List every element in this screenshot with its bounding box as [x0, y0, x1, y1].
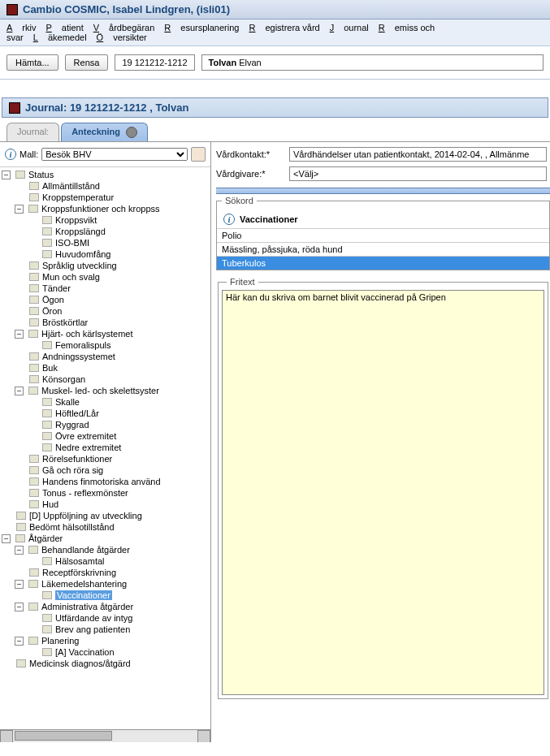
tree-node[interactable]: Bedömt hälsotillstånd — [2, 521, 209, 533]
tree-node[interactable]: Andningssystemet — [2, 351, 209, 362]
toggle-icon[interactable]: – — [2, 534, 11, 543]
tree-node[interactable]: Vaccinationer — [2, 590, 209, 601]
toggle-icon[interactable]: – — [15, 637, 24, 646]
tree-node[interactable]: ISO-BMI — [2, 237, 209, 248]
node-label: Höftled/Lår — [55, 408, 99, 418]
scroll-track[interactable] — [13, 731, 197, 742]
clear-button[interactable]: Rensa — [65, 54, 109, 71]
tree-node[interactable]: –Hjärt- och kärlsystemet — [2, 328, 209, 339]
node-icon — [15, 534, 25, 542]
vardgivare-field[interactable]: <Välj> — [289, 166, 547, 181]
tree-node[interactable]: Ögon — [2, 294, 209, 305]
tree-node[interactable]: Femoralispuls — [2, 339, 209, 351]
tree-node[interactable]: Ryggrad — [2, 419, 209, 430]
node-icon — [29, 273, 39, 281]
toggle-icon[interactable]: – — [15, 580, 24, 589]
scroll-right-icon[interactable] — [197, 730, 210, 743]
patient-name-field[interactable]: Tolvan Elvan — [201, 54, 544, 71]
tree-node[interactable]: Könsorgan — [2, 374, 209, 385]
tree-node[interactable]: Hud — [2, 499, 209, 510]
node-label: ISO-BMI — [55, 238, 89, 248]
mall-select[interactable]: Besök BHV — [41, 148, 188, 161]
tree-node[interactable]: Rörelsefunktioner — [2, 453, 209, 464]
toggle-icon[interactable]: – — [15, 205, 24, 214]
toggle-icon[interactable]: – — [15, 387, 24, 395]
node-icon — [42, 409, 52, 417]
scroll-left-icon[interactable] — [0, 730, 13, 743]
tree-node[interactable]: –Åtgärder — [2, 533, 209, 544]
tree-node[interactable]: Övre extremitet — [2, 430, 209, 442]
tree-node[interactable]: –Status — [2, 169, 209, 180]
sokord-row[interactable]: Tuberkulos — [217, 256, 549, 270]
node-icon — [42, 227, 52, 235]
vardkontakt-label: Vårdkontakt:* — [216, 149, 289, 159]
node-label: Administrativa åtgärder — [41, 602, 133, 611]
tree-node[interactable]: Mun och svalg — [2, 271, 209, 283]
tree-node[interactable]: Tänder — [2, 283, 209, 294]
node-icon — [28, 637, 38, 645]
tree-node[interactable]: –Kroppsfunktioner och kroppss — [2, 203, 209, 214]
menu-item[interactable]: Översikter — [97, 32, 147, 42]
tree-node[interactable]: –Läkemedelshantering — [2, 578, 209, 590]
tree-node[interactable]: Utfärdande av intyg — [2, 612, 209, 624]
fetch-button[interactable]: Hämta... — [6, 54, 58, 71]
tree-node[interactable]: Höftled/Lår — [2, 408, 209, 419]
tree-node[interactable]: Tonus - reflexmönster — [2, 487, 209, 499]
tree-view[interactable]: –StatusAllmäntillståndKroppstemperatur–K… — [0, 167, 210, 729]
menu-item[interactable]: Registrera vård — [249, 23, 319, 32]
tree-node[interactable]: Allmäntillstånd — [2, 180, 209, 192]
tab-anteckning[interactable]: Anteckning — [61, 123, 148, 141]
tree-node[interactable]: Kroppstemperatur — [2, 192, 209, 203]
tree-node[interactable]: Skalle — [2, 396, 209, 408]
node-label: Bedömt hälsotillstånd — [29, 522, 115, 532]
tree-node[interactable]: Bröstkörtlar — [2, 317, 209, 328]
info-icon[interactable]: i — [5, 149, 16, 160]
node-icon — [42, 239, 52, 247]
horizontal-scrollbar[interactable] — [0, 729, 210, 742]
patient-id-field[interactable]: 19 121212-1212 — [115, 54, 194, 71]
tree-node[interactable]: Receptförskrivning — [2, 567, 209, 578]
node-label: Läkemedelshantering — [41, 579, 127, 589]
toggle-icon[interactable]: – — [15, 546, 24, 555]
node-icon — [29, 375, 39, 383]
tree-node[interactable]: Buk — [2, 362, 209, 374]
menu-item[interactable]: Resursplanering — [164, 23, 239, 32]
toggle-icon[interactable]: – — [2, 171, 11, 179]
menu-item[interactable]: Patient — [45, 23, 83, 32]
sokord-row[interactable]: Polio — [217, 228, 549, 242]
tree-node[interactable]: Medicinsk diagnos/åtgärd — [2, 658, 209, 669]
tree-node[interactable]: –Behandlande åtgärder — [2, 544, 209, 555]
menu-item[interactable]: Journal — [330, 23, 369, 32]
menu-item[interactable]: Arkiv — [6, 23, 36, 32]
sokord-row[interactable]: Mässling, påssjuka, röda hund — [217, 242, 549, 256]
tree-node[interactable]: –Muskel- led- och skelettsyster — [2, 385, 209, 396]
tree-node[interactable]: Öron — [2, 305, 209, 317]
toggle-icon[interactable]: – — [15, 330, 24, 339]
tree-node[interactable]: Hälsosamtal — [2, 555, 209, 567]
tree-node[interactable]: [D] Uppföljning av utveckling — [2, 510, 209, 521]
tree-node[interactable]: Huvudomfång — [2, 248, 209, 260]
vardkontakt-field[interactable]: Vårdhändelser utan patientkontakt, 2014-… — [289, 147, 547, 162]
tree-node[interactable]: Kroppslängd — [2, 226, 209, 237]
fritext-input[interactable] — [222, 290, 544, 695]
tree-node[interactable]: Nedre extremitet — [2, 442, 209, 453]
menu-item[interactable]: Läkemedel — [33, 32, 87, 42]
tree-node[interactable]: –Planering — [2, 635, 209, 646]
person-icon[interactable] — [191, 147, 206, 162]
tree-node[interactable]: Gå och röra sig — [2, 464, 209, 476]
tree-node[interactable]: Språklig utveckling — [2, 260, 209, 271]
tab-journal[interactable]: Journal: — [6, 123, 59, 141]
info-icon[interactable]: i — [223, 214, 235, 225]
node-icon — [28, 603, 38, 611]
tree-node[interactable]: Brev ang patienten — [2, 624, 209, 635]
node-icon — [29, 318, 39, 326]
node-icon — [29, 489, 39, 497]
toggle-icon[interactable]: – — [15, 603, 24, 611]
menu-item[interactable]: Vårdbegäran — [93, 23, 155, 32]
tree-node[interactable]: [A] Vaccination — [2, 646, 209, 658]
tree-node[interactable]: –Administrativa åtgärder — [2, 601, 209, 612]
scroll-thumb[interactable] — [15, 731, 112, 741]
tree-node[interactable]: Kroppsvikt — [2, 214, 209, 226]
sub-title: Journal: 19 121212-1212 , Tolvan — [25, 102, 188, 114]
tree-node[interactable]: Handens finmotoriska använd — [2, 476, 209, 487]
